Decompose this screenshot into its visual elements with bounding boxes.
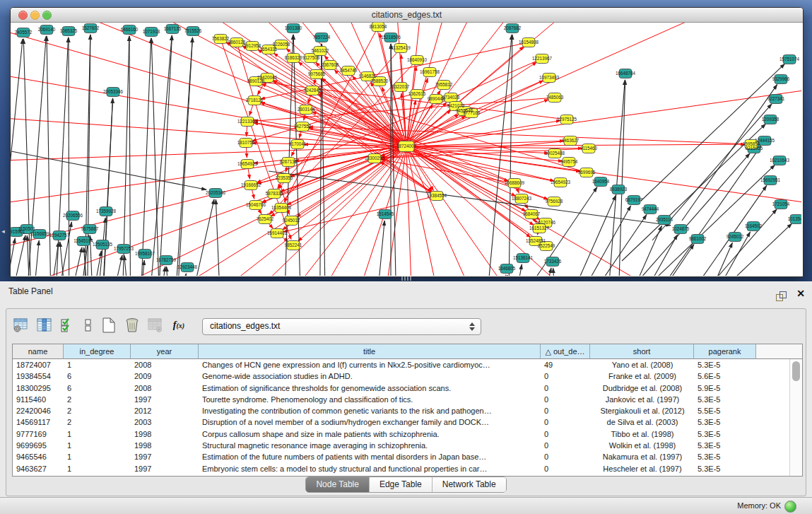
cell[interactable]: 1998 [131,440,199,451]
network-window-titlebar[interactable]: citations_edges.txt [11,8,803,23]
table-row[interactable]: 1872400712008Changes of HCN gene express… [13,359,802,370]
cell[interactable]: Wolkin et al. (1998) [590,440,694,451]
cell[interactable]: 5.3E-5 [694,359,756,370]
table-row[interactable]: 946362711997Embryonic stem cells: a mode… [13,463,802,474]
cell[interactable]: Jankovic et al. (1997) [590,394,694,405]
panel-divider-grip[interactable] [401,276,411,281]
cell[interactable]: 0 [541,428,590,440]
cell[interactable]: 9699695 [13,440,64,451]
cell[interactable]: 2 [64,405,131,416]
scrollbar-thumb[interactable] [792,361,800,381]
cell[interactable]: 2009 [131,370,199,382]
cell[interactable]: Hescheler et al. (1997) [590,463,694,474]
cell[interactable]: 0 [541,370,590,382]
cell[interactable]: 19384554 [13,370,64,382]
cell[interactable]: 14569117 [13,416,64,428]
cell[interactable]: 5.3E-5 [694,428,756,440]
cell[interactable]: 0 [541,440,590,451]
cell[interactable]: 9115460 [13,394,64,405]
cell[interactable]: Franke et al. (2009) [590,370,694,382]
cell[interactable]: Investigating the contribution of common… [199,405,541,416]
cell[interactable]: Changes of HCN gene expression and I(f) … [199,359,541,370]
cell[interactable]: de Silva et al. (2003) [590,416,694,428]
column-header-out_de[interactable]: △ out_de… [541,344,590,359]
cell[interactable]: 0 [541,382,590,394]
table-row[interactable]: 911546021997Tourette syndrome. Phenomeno… [13,394,802,405]
tab-node-table[interactable]: Node Table [306,477,370,492]
table-row[interactable]: 2242004622012Investigating the contribut… [13,405,802,416]
cell[interactable]: Corpus callosum shape and size in male p… [199,428,541,440]
cell[interactable]: 2012 [131,405,199,416]
table-selector-dropdown[interactable]: citations_edges.txt [202,318,481,335]
cell[interactable]: 0 [541,416,590,428]
function-builder-icon[interactable]: f(x) [170,316,188,334]
cell[interactable]: 9777169 [13,428,64,440]
cell[interactable]: 18300295 [13,382,64,394]
table-row[interactable]: 946554611997Estimation of the future num… [13,451,802,462]
cell[interactable]: Embryonic stem cells: a model to study s… [199,463,541,474]
network-canvas[interactable]: 2405572206914010653251527602646616010719… [11,23,801,276]
cell[interactable]: 6 [64,370,131,382]
cell[interactable]: Dudbridge et al. (2008) [590,382,694,394]
column-header-short[interactable]: short [590,344,694,359]
column-header-name[interactable]: name [13,344,64,359]
tab-edge-table[interactable]: Edge Table [370,477,433,492]
float-window-icon[interactable] [776,291,786,301]
cell[interactable]: 5.5E-5 [694,405,756,416]
column-header-in_degree[interactable]: in_degree [64,344,131,359]
table-row[interactable]: 1456911722003Disruption of a novel membe… [13,416,802,428]
cell[interactable]: 1 [64,463,131,474]
select-all-icon[interactable] [59,316,77,334]
cell[interactable]: 1997 [131,451,199,462]
cell[interactable]: 5.3E-5 [694,416,756,428]
cell[interactable]: Genome-wide association studies in ADHD. [199,370,541,382]
table-row[interactable]: 1938455462009Genome-wide association stu… [13,370,802,382]
cell[interactable]: 1 [64,428,131,440]
import-table-icon[interactable] [146,316,165,334]
cell[interactable]: 1 [64,359,131,370]
cell[interactable]: Nakamura et al. (1997) [590,451,694,462]
table-settings-icon[interactable] [12,316,30,334]
cell[interactable]: Estimation of the future numbers of pati… [199,451,541,462]
cell[interactable]: 1998 [131,428,199,440]
cell[interactable]: 5.3E-5 [694,463,756,474]
cell[interactable]: 0 [541,405,590,416]
cell[interactable]: 9463627 [13,463,64,474]
cell[interactable]: 2003 [131,416,199,428]
cell[interactable]: 5.9E-5 [694,382,756,394]
table-row[interactable]: 977716911998Corpus callosum shape and si… [13,428,802,440]
cell[interactable]: 22420046 [13,405,64,416]
cell[interactable]: 5.3E-5 [694,451,756,462]
cell[interactable]: Tibbo et al. (1998) [590,428,694,440]
table-scrollbar[interactable] [789,359,802,476]
cell[interactable]: 0 [541,394,590,405]
cell[interactable]: 2008 [131,359,199,370]
cell[interactable]: 5.3E-5 [694,440,756,451]
cell[interactable]: 5.3E-5 [694,394,756,405]
cell[interactable]: Disruption of a novel member of a sodium… [199,416,541,428]
cell[interactable]: 2008 [131,382,199,394]
cell[interactable]: 2 [64,394,131,405]
cell[interactable]: 1997 [131,463,199,474]
cell[interactable]: 0 [541,463,590,474]
cell[interactable]: 9465546 [13,451,64,462]
cell[interactable]: 6 [64,382,131,394]
cell[interactable]: 18724007 [13,359,64,370]
column-visibility-icon[interactable] [35,316,54,334]
column-header-title[interactable]: title [199,344,541,359]
cell[interactable]: 2 [64,416,131,428]
cell[interactable]: 5.6E-5 [694,370,756,382]
cell[interactable]: 0 [541,451,590,462]
new-file-icon[interactable] [100,316,118,334]
tab-network-table[interactable]: Network Table [433,477,506,492]
delete-table-icon[interactable] [123,316,141,334]
cell[interactable]: Yano et al. (2008) [590,359,694,370]
cell[interactable]: Tourette syndrome. Phenomenology and cla… [199,394,541,405]
close-panel-icon[interactable]: ✕ [796,288,805,298]
unselect-all-icon[interactable] [82,316,95,334]
cell[interactable]: Estimation of significance thresholds fo… [199,382,541,394]
cell[interactable]: 1 [64,440,131,451]
column-header-year[interactable]: year [131,344,199,359]
cell[interactable]: 1997 [131,394,199,405]
column-header-pagerank[interactable]: pagerank [694,344,756,359]
